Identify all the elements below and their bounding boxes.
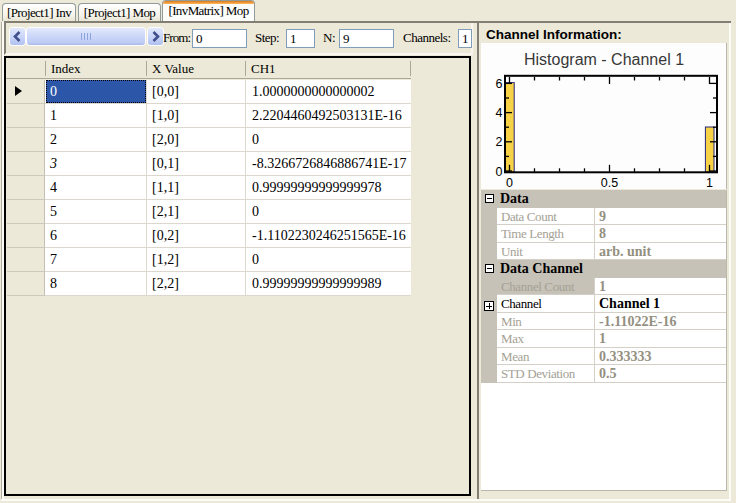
svg-text:Histogram - Channel 1: Histogram - Channel 1 (524, 51, 684, 68)
svg-text:4: 4 (496, 106, 503, 120)
svg-text:1: 1 (706, 176, 713, 190)
svg-text:0.5: 0.5 (601, 176, 618, 190)
svg-text:0: 0 (506, 176, 513, 190)
svg-text:6: 6 (496, 77, 503, 91)
svg-text:2: 2 (496, 135, 503, 149)
svg-text:0: 0 (496, 165, 503, 179)
